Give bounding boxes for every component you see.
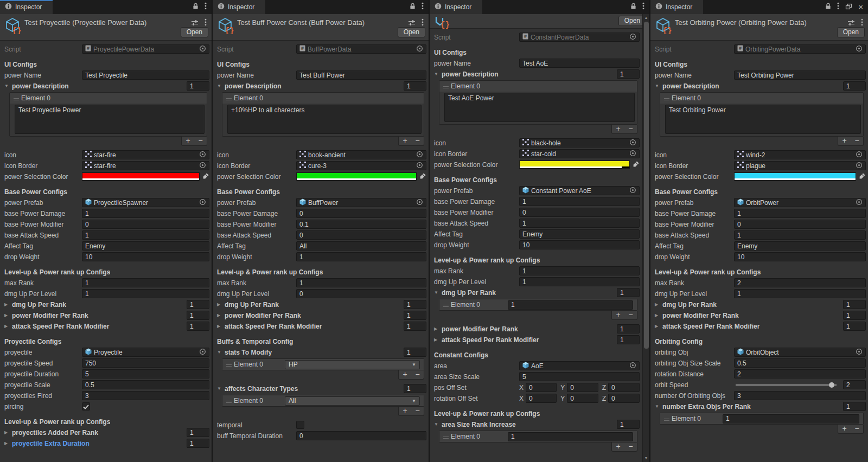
icon-border-object-field[interactable]: cure-3 (296, 161, 426, 170)
base-power-damage-field[interactable]: 1 (734, 209, 866, 218)
array-size-field[interactable]: 1 (617, 69, 640, 79)
dmg-up-per-level-field[interactable]: 1 (734, 289, 866, 298)
kebab-menu-icon[interactable] (837, 2, 839, 12)
foldout-open-icon[interactable]: ▼ (4, 84, 12, 88)
base-power-damage-field[interactable]: 1 (519, 197, 640, 206)
object-picker-button[interactable] (199, 45, 206, 54)
object-picker-icon[interactable] (856, 198, 863, 207)
object-picker-icon[interactable] (629, 150, 636, 158)
restore-window-icon[interactable] (845, 2, 852, 12)
object-picker-button[interactable] (199, 198, 206, 207)
max-rank-field[interactable]: 1 (519, 266, 640, 275)
drop-weight-field[interactable]: 1 (296, 252, 426, 261)
lock-icon[interactable] (630, 2, 636, 12)
object-picker-button[interactable] (629, 187, 636, 195)
kebab-menu-icon[interactable] (205, 2, 207, 12)
rotation-off-set-x-field[interactable]: 0 (526, 394, 557, 403)
object-picker-icon[interactable] (629, 362, 636, 370)
object-picker-icon[interactable] (199, 151, 206, 159)
object-picker-icon[interactable] (856, 348, 863, 357)
close-window-icon[interactable]: × (858, 4, 863, 10)
lock-button[interactable] (193, 2, 199, 12)
description-textarea[interactable]: Test Proyectile Power (15, 105, 205, 134)
inspector-tab[interactable]: Inspector (430, 0, 482, 14)
foldout-closed-icon[interactable]: ▶ (4, 303, 12, 307)
scrollbar-down-arrow[interactable]: ▼ (643, 456, 649, 460)
temporal-checkbox[interactable] (296, 421, 304, 429)
icon-border-object-field[interactable]: star-cold (519, 149, 640, 158)
drag-handle[interactable] (443, 81, 451, 91)
kebab-menu-icon[interactable] (422, 2, 424, 12)
drop-weight-field[interactable]: 10 (734, 252, 866, 261)
object-picker-icon[interactable] (416, 45, 423, 54)
foldout-open-icon[interactable]: ▼ (655, 84, 662, 88)
remove-element-button[interactable]: − (624, 125, 637, 133)
power-selection-color-color-swatch[interactable] (734, 172, 856, 181)
object-picker-icon[interactable] (416, 198, 423, 207)
object-picker-button[interactable] (199, 348, 206, 357)
area-size-scale-field[interactable]: 5 (519, 372, 640, 381)
foldout-closed-icon[interactable]: ▶ (434, 327, 442, 331)
array-size-field[interactable]: 1 (617, 324, 640, 333)
object-picker-icon[interactable] (856, 162, 863, 170)
open-button[interactable]: Open (398, 27, 425, 37)
lock-icon[interactable] (825, 2, 831, 12)
orbit-speed-slider[interactable] (736, 384, 837, 386)
proyectiles-fired-field[interactable]: 3 (82, 391, 209, 400)
proyectile-duration-field[interactable]: 5 (82, 369, 209, 378)
eyedropper-button[interactable] (419, 172, 426, 182)
rotation-off-set-z-field[interactable]: 0 (608, 394, 640, 403)
add-element-button[interactable]: + (399, 137, 411, 145)
tab-menu-button[interactable] (422, 2, 424, 12)
object-picker-button[interactable] (856, 45, 863, 54)
max-rank-field[interactable]: 1 (296, 278, 426, 287)
affect-tag-field[interactable]: Enemy (519, 229, 640, 239)
array-size-field[interactable]: 1 (187, 300, 209, 309)
object-picker-button[interactable] (199, 151, 206, 159)
object-picker-button[interactable] (856, 198, 863, 207)
tab-menu-button[interactable] (642, 2, 644, 12)
object-picker-button[interactable] (856, 162, 863, 170)
slider-thumb[interactable] (829, 382, 834, 388)
remove-element-button[interactable]: − (624, 311, 637, 319)
inspector-tab[interactable]: Inspector (0, 0, 53, 14)
remove-element-button[interactable]: − (411, 407, 424, 415)
array-size-field[interactable]: 1 (843, 322, 866, 331)
remove-element-button[interactable]: − (194, 137, 207, 145)
foldout-open-icon[interactable]: ▼ (655, 405, 662, 409)
array-size-field[interactable]: 1 (187, 81, 209, 91)
tab-menu-button[interactable] (837, 2, 839, 12)
lock-icon[interactable] (193, 2, 199, 12)
foldout-open-icon[interactable]: ▼ (217, 350, 225, 355)
object-picker-button[interactable] (416, 151, 423, 159)
foldout-closed-icon[interactable]: ▶ (217, 303, 225, 307)
object-picker-icon[interactable] (629, 33, 636, 42)
orbiting-obj-object-field[interactable]: OrbitObject (734, 348, 866, 357)
drag-handle-icon[interactable] (226, 360, 232, 369)
proyectile-speed-field[interactable]: 750 (82, 358, 209, 368)
eyedropper-button[interactable] (859, 172, 866, 182)
power-name-field[interactable]: Test Proyectile (82, 70, 209, 80)
add-element-button[interactable]: + (612, 442, 624, 451)
object-picker-button[interactable] (856, 348, 863, 357)
description-textarea[interactable]: Test Orbiting Power (665, 105, 861, 134)
object-picker-icon[interactable] (629, 187, 636, 195)
dmg-up-per-level-field[interactable]: 1 (519, 277, 640, 286)
max-rank-field[interactable]: 1 (82, 278, 209, 287)
pos-off-set-z-field[interactable]: 0 (608, 383, 640, 392)
foldout-closed-icon[interactable]: ▶ (4, 431, 12, 435)
tab-menu-button[interactable] (205, 2, 207, 12)
area-object-field[interactable]: AoE (519, 361, 640, 370)
remove-element-button[interactable]: − (851, 137, 863, 145)
eyedropper-icon[interactable] (419, 172, 426, 182)
rotation-off-set-y-field[interactable]: 0 (567, 394, 598, 403)
object-picker-button[interactable] (629, 362, 636, 370)
object-picker-button[interactable] (416, 162, 423, 170)
object-picker-button[interactable] (629, 139, 636, 147)
object-picker-icon[interactable] (199, 162, 206, 170)
foldout-closed-icon[interactable]: ▶ (655, 324, 662, 329)
affect-tag-field[interactable]: Enemy (82, 241, 209, 251)
drag-handle[interactable] (226, 396, 234, 406)
array-size-field[interactable]: 1 (187, 439, 209, 448)
description-textarea[interactable]: +10%HP to all charecters (227, 105, 422, 134)
